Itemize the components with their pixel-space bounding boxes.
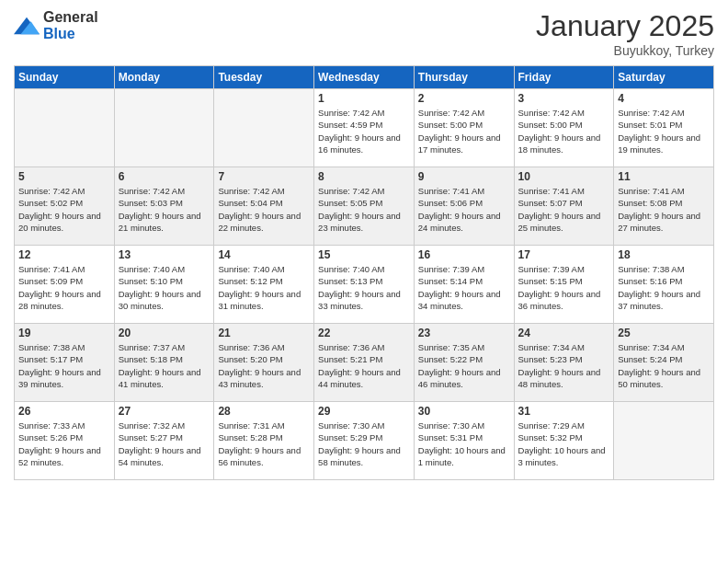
day-number: 6: [119, 170, 210, 183]
calendar-cell: [114, 89, 214, 167]
calendar-cell: 15Sunrise: 7:40 AMSunset: 5:13 PMDayligh…: [314, 246, 415, 324]
day-number: 14: [218, 248, 310, 261]
day-info: Sunrise: 7:41 AMSunset: 5:06 PMDaylight:…: [418, 185, 510, 234]
day-number: 28: [218, 405, 310, 418]
day-number: 22: [318, 327, 410, 339]
day-number: 5: [18, 170, 110, 183]
day-number: 25: [618, 327, 710, 339]
weekday-header-thursday: Thursday: [414, 66, 514, 89]
day-number: 9: [418, 170, 510, 183]
day-info: Sunrise: 7:41 AMSunset: 5:09 PMDaylight:…: [18, 263, 110, 312]
logo-blue: Blue: [43, 26, 98, 42]
title-block: January 2025 Buyukkoy, Turkey: [536, 9, 714, 58]
day-info: Sunrise: 7:35 AMSunset: 5:22 PMDaylight:…: [418, 341, 510, 390]
day-info: Sunrise: 7:42 AMSunset: 4:59 PMDaylight:…: [318, 107, 410, 155]
calendar-cell: 28Sunrise: 7:31 AMSunset: 5:28 PMDayligh…: [214, 402, 314, 480]
day-info: Sunrise: 7:37 AMSunset: 5:18 PMDaylight:…: [119, 341, 210, 390]
calendar-cell: [614, 402, 714, 480]
calendar-cell: 31Sunrise: 7:29 AMSunset: 5:32 PMDayligh…: [514, 402, 614, 480]
day-number: 10: [518, 170, 610, 183]
weekday-header-friday: Friday: [514, 66, 614, 89]
calendar-cell: 23Sunrise: 7:35 AMSunset: 5:22 PMDayligh…: [414, 324, 514, 402]
day-number: 15: [318, 248, 410, 261]
day-number: 2: [418, 92, 510, 105]
calendar-cell: 21Sunrise: 7:36 AMSunset: 5:20 PMDayligh…: [214, 324, 314, 402]
calendar-cell: 13Sunrise: 7:40 AMSunset: 5:10 PMDayligh…: [114, 246, 214, 324]
day-info: Sunrise: 7:36 AMSunset: 5:20 PMDaylight:…: [218, 341, 310, 390]
calendar-cell: 1Sunrise: 7:42 AMSunset: 4:59 PMDaylight…: [314, 89, 415, 167]
day-number: 30: [418, 405, 510, 418]
day-number: 8: [318, 170, 410, 183]
calendar-cell: 3Sunrise: 7:42 AMSunset: 5:00 PMDaylight…: [514, 89, 614, 167]
weekday-header-saturday: Saturday: [614, 66, 714, 89]
day-info: Sunrise: 7:40 AMSunset: 5:13 PMDaylight:…: [318, 263, 410, 312]
day-number: 31: [518, 405, 610, 418]
calendar-cell: 4Sunrise: 7:42 AMSunset: 5:01 PMDaylight…: [614, 89, 714, 167]
calendar-cell: 29Sunrise: 7:30 AMSunset: 5:29 PMDayligh…: [314, 402, 415, 480]
day-number: 19: [18, 327, 110, 339]
day-info: Sunrise: 7:33 AMSunset: 5:26 PMDaylight:…: [18, 419, 110, 468]
day-number: 18: [618, 248, 710, 261]
calendar-cell: 9Sunrise: 7:41 AMSunset: 5:06 PMDaylight…: [414, 167, 514, 246]
logo: General Blue: [14, 9, 98, 41]
location: Buyukkoy, Turkey: [536, 43, 714, 58]
day-info: Sunrise: 7:41 AMSunset: 5:08 PMDaylight:…: [618, 185, 710, 234]
logo-text: General Blue: [43, 9, 98, 41]
day-info: Sunrise: 7:40 AMSunset: 5:10 PMDaylight:…: [119, 263, 210, 312]
logo-icon: [14, 13, 40, 39]
calendar-cell: 7Sunrise: 7:42 AMSunset: 5:04 PMDaylight…: [214, 167, 314, 246]
day-number: 27: [119, 405, 210, 418]
day-number: 26: [18, 405, 110, 418]
day-info: Sunrise: 7:34 AMSunset: 5:23 PMDaylight:…: [518, 341, 610, 390]
day-number: 20: [119, 327, 210, 339]
day-info: Sunrise: 7:39 AMSunset: 5:15 PMDaylight:…: [518, 263, 610, 312]
day-number: 13: [119, 248, 210, 261]
calendar-cell: 20Sunrise: 7:37 AMSunset: 5:18 PMDayligh…: [114, 324, 214, 402]
day-info: Sunrise: 7:30 AMSunset: 5:31 PMDaylight:…: [418, 419, 510, 468]
calendar-cell: 24Sunrise: 7:34 AMSunset: 5:23 PMDayligh…: [514, 324, 614, 402]
calendar-cell: 26Sunrise: 7:33 AMSunset: 5:26 PMDayligh…: [15, 402, 115, 480]
day-number: 16: [418, 248, 510, 261]
calendar-cell: 12Sunrise: 7:41 AMSunset: 5:09 PMDayligh…: [15, 246, 115, 324]
day-info: Sunrise: 7:42 AMSunset: 5:01 PMDaylight:…: [618, 107, 710, 155]
calendar-cell: 17Sunrise: 7:39 AMSunset: 5:15 PMDayligh…: [514, 246, 614, 324]
day-info: Sunrise: 7:34 AMSunset: 5:24 PMDaylight:…: [618, 341, 710, 390]
week-row-3: 12Sunrise: 7:41 AMSunset: 5:09 PMDayligh…: [15, 246, 714, 324]
calendar-cell: 19Sunrise: 7:38 AMSunset: 5:17 PMDayligh…: [15, 324, 115, 402]
day-info: Sunrise: 7:42 AMSunset: 5:02 PMDaylight:…: [18, 185, 110, 234]
calendar-cell: [214, 89, 314, 167]
day-number: 21: [218, 327, 310, 339]
day-info: Sunrise: 7:36 AMSunset: 5:21 PMDaylight:…: [318, 341, 410, 390]
calendar-cell: 10Sunrise: 7:41 AMSunset: 5:07 PMDayligh…: [514, 167, 614, 246]
header: General Blue January 2025 Buyukkoy, Turk…: [14, 9, 714, 58]
day-info: Sunrise: 7:40 AMSunset: 5:12 PMDaylight:…: [218, 263, 310, 312]
day-number: 29: [318, 405, 410, 418]
weekday-header-row: SundayMondayTuesdayWednesdayThursdayFrid…: [15, 66, 714, 89]
calendar-cell: 25Sunrise: 7:34 AMSunset: 5:24 PMDayligh…: [614, 324, 714, 402]
day-info: Sunrise: 7:31 AMSunset: 5:28 PMDaylight:…: [218, 419, 310, 468]
day-info: Sunrise: 7:32 AMSunset: 5:27 PMDaylight:…: [119, 419, 210, 468]
day-info: Sunrise: 7:38 AMSunset: 5:16 PMDaylight:…: [618, 263, 710, 312]
day-info: Sunrise: 7:42 AMSunset: 5:04 PMDaylight:…: [218, 185, 310, 234]
day-info: Sunrise: 7:30 AMSunset: 5:29 PMDaylight:…: [318, 419, 410, 468]
logo-general: General: [43, 9, 98, 26]
day-number: 3: [518, 92, 610, 105]
day-number: 17: [518, 248, 610, 261]
day-info: Sunrise: 7:38 AMSunset: 5:17 PMDaylight:…: [18, 341, 110, 390]
week-row-1: 1Sunrise: 7:42 AMSunset: 4:59 PMDaylight…: [15, 89, 714, 167]
week-row-5: 26Sunrise: 7:33 AMSunset: 5:26 PMDayligh…: [15, 402, 714, 480]
day-number: 4: [618, 92, 710, 105]
page: General Blue January 2025 Buyukkoy, Turk…: [0, 0, 728, 563]
day-number: 1: [318, 92, 410, 105]
calendar-cell: 16Sunrise: 7:39 AMSunset: 5:14 PMDayligh…: [414, 246, 514, 324]
calendar-table: SundayMondayTuesdayWednesdayThursdayFrid…: [14, 65, 714, 480]
calendar-cell: 27Sunrise: 7:32 AMSunset: 5:27 PMDayligh…: [114, 402, 214, 480]
day-number: 7: [218, 170, 310, 183]
day-number: 24: [518, 327, 610, 339]
day-info: Sunrise: 7:42 AMSunset: 5:00 PMDaylight:…: [418, 107, 510, 155]
week-row-2: 5Sunrise: 7:42 AMSunset: 5:02 PMDaylight…: [15, 167, 714, 246]
day-info: Sunrise: 7:42 AMSunset: 5:03 PMDaylight:…: [119, 185, 210, 234]
day-info: Sunrise: 7:39 AMSunset: 5:14 PMDaylight:…: [418, 263, 510, 312]
calendar-cell: 6Sunrise: 7:42 AMSunset: 5:03 PMDaylight…: [114, 167, 214, 246]
calendar-cell: 18Sunrise: 7:38 AMSunset: 5:16 PMDayligh…: [614, 246, 714, 324]
